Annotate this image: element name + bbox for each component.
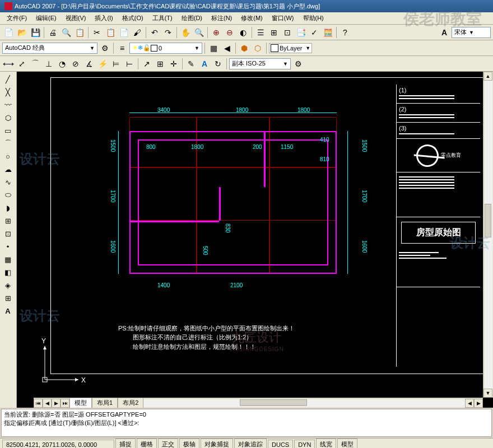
paste-icon[interactable]: 📄 <box>118 26 130 39</box>
scroll-right-icon[interactable]: ▶ <box>474 399 483 408</box>
scroll-down-icon[interactable]: ▼ <box>483 389 492 398</box>
tab-next-icon[interactable]: ▶ <box>52 399 61 408</box>
dim-angular-icon[interactable]: ∡ <box>83 58 95 70</box>
coords-display[interactable]: 82500.4121, 20711.0026, 0.0000 <box>2 440 114 449</box>
undo-icon[interactable]: ↶ <box>148 26 161 39</box>
status-polar[interactable]: 极轴 <box>179 438 199 448</box>
open-icon[interactable]: 📂 <box>16 26 28 39</box>
dim-leader-icon[interactable]: ↗ <box>141 58 153 70</box>
menu-format[interactable]: 格式(O) <box>118 13 148 24</box>
tab-first-icon[interactable]: ⏮ <box>34 399 43 408</box>
dimstyle-manager-icon[interactable]: ⚙ <box>292 58 304 70</box>
table-icon[interactable]: ⊞ <box>1 292 15 304</box>
line-icon[interactable]: ╱ <box>1 73 15 85</box>
menu-tools[interactable]: 工具(T) <box>148 13 177 24</box>
insertblock-icon[interactable]: ⊞ <box>1 214 15 227</box>
tab-layout2[interactable]: 布局2 <box>118 398 143 408</box>
help-icon[interactable]: ? <box>339 26 351 39</box>
sheetset-icon[interactable]: 📑 <box>295 26 307 39</box>
print-icon[interactable]: 🖨 <box>46 26 59 39</box>
status-dyn[interactable]: DYN <box>294 440 315 449</box>
xline-icon[interactable]: ╳ <box>1 86 15 98</box>
polygon-icon[interactable]: ⬡ <box>1 111 15 124</box>
layer-combo[interactable]: ☀❄🔓 0▼ <box>129 43 202 54</box>
publish-icon[interactable]: 📋 <box>73 26 86 39</box>
markup-icon[interactable]: ✓ <box>308 26 320 39</box>
dim-center-icon[interactable]: ✛ <box>168 58 180 70</box>
dim-radius-icon[interactable]: ◔ <box>56 58 68 70</box>
color-control[interactable]: ByLayer ▼ <box>269 43 312 53</box>
arial-a-icon[interactable]: A <box>438 26 450 39</box>
mtext-icon[interactable]: A <box>1 305 15 317</box>
region-icon[interactable]: ◈ <box>1 279 15 291</box>
pline-icon[interactable]: 〰 <box>1 99 15 111</box>
dim-ordinate-icon[interactable]: ⊥ <box>43 58 55 70</box>
menu-dim[interactable]: 标注(N) <box>207 13 236 24</box>
status-lwt[interactable]: 线宽 <box>316 438 336 448</box>
status-ducs[interactable]: DUCS <box>268 440 293 449</box>
new-icon[interactable]: 📄 <box>2 26 15 39</box>
layer-manager-icon[interactable]: ≡ <box>116 42 128 54</box>
dim-continue-icon[interactable]: ⊢ <box>123 58 136 70</box>
dim-update-icon[interactable]: ↻ <box>212 58 224 70</box>
dim-arc-icon[interactable]: ⌒ <box>29 58 41 70</box>
dim-diameter-icon[interactable]: ⊘ <box>69 58 82 70</box>
ellipse-icon[interactable]: ⬭ <box>1 189 15 201</box>
cut-icon[interactable]: ✂ <box>91 26 103 39</box>
hatch-icon[interactable]: ▦ <box>1 253 15 265</box>
menu-modify[interactable]: 修改(M) <box>236 13 267 24</box>
block-icon[interactable]: ⬢ <box>238 42 250 54</box>
menu-window[interactable]: 窗口(W) <box>267 13 299 24</box>
xref-icon[interactable]: ⬡ <box>252 42 264 54</box>
font-combo[interactable]: 宋体▼ <box>452 27 491 38</box>
dim-edit-icon[interactable]: ✎ <box>185 58 197 70</box>
calc-icon[interactable]: 🧮 <box>322 26 334 39</box>
command-line[interactable]: 当前设置: 删除源=否 图层=源 OFFSETGAPTYPE=0 指定偏移距离或… <box>1 409 492 437</box>
status-osnap[interactable]: 对象捕捉 <box>201 438 233 448</box>
scroll-left-icon[interactable]: ◀ <box>465 399 474 408</box>
scroll-up-icon[interactable]: ▲ <box>483 72 492 81</box>
pan-icon[interactable]: ✋ <box>179 26 192 39</box>
menu-view[interactable]: 视图(V) <box>61 13 91 24</box>
status-otrack[interactable]: 对象追踪 <box>234 438 267 448</box>
makeblock-icon[interactable]: ⊡ <box>1 227 15 240</box>
layerstate-icon[interactable]: ▦ <box>207 42 220 54</box>
layerprev-icon[interactable]: ◀ <box>221 42 233 54</box>
dim-tolerance-icon[interactable]: ⊞ <box>154 58 166 70</box>
menu-edit[interactable]: 编辑(E) <box>31 13 61 24</box>
arc-icon[interactable]: ⌒ <box>1 137 15 150</box>
toolpalette-icon[interactable]: ⊡ <box>281 26 294 39</box>
circle-icon[interactable]: ○ <box>1 150 15 162</box>
match-icon[interactable]: 🖌 <box>131 26 143 39</box>
dim-quick-icon[interactable]: ⚡ <box>96 58 109 70</box>
status-snap[interactable]: 捕捉 <box>115 438 136 448</box>
status-ortho[interactable]: 正交 <box>158 438 178 448</box>
tab-last-icon[interactable]: ⏭ <box>61 399 69 408</box>
point-icon[interactable]: • <box>1 240 15 253</box>
redo-icon[interactable]: ↷ <box>162 26 174 39</box>
gradient-icon[interactable]: ◧ <box>1 266 15 278</box>
menu-draw[interactable]: 绘图(D) <box>177 13 207 24</box>
rectangle-icon[interactable]: ▭ <box>1 124 15 137</box>
dim-aligned-icon[interactable]: ⤢ <box>16 58 28 70</box>
spline-icon[interactable]: ∿ <box>1 176 15 188</box>
menu-insert[interactable]: 插入(I) <box>90 13 117 24</box>
copy-icon[interactable]: 📋 <box>104 26 117 39</box>
zoom-icon[interactable]: 🔍 <box>193 26 205 39</box>
zoom-realtime-icon[interactable]: ⊕ <box>210 26 222 39</box>
dim-linear-icon[interactable]: ⟷ <box>2 58 15 70</box>
status-model[interactable]: 模型 <box>337 438 357 448</box>
tab-layout1[interactable]: 布局1 <box>92 398 118 408</box>
dim-tedit-icon[interactable]: A <box>198 58 211 70</box>
vertical-scrollbar[interactable]: ▲ ▼ <box>483 72 493 398</box>
revcloud-icon[interactable]: ☁ <box>1 163 15 175</box>
tab-prev-icon[interactable]: ◀ <box>43 399 52 408</box>
workspace-combo[interactable]: AutoCAD 经典▼ <box>2 43 97 54</box>
save-icon[interactable]: 💾 <box>29 26 41 39</box>
ellipsearc-icon[interactable]: ◗ <box>1 202 15 214</box>
zoom-prev-icon[interactable]: ◐ <box>237 26 249 39</box>
menu-help[interactable]: 帮助(H) <box>299 13 328 24</box>
properties-icon[interactable]: ☰ <box>254 26 267 39</box>
designcenter-icon[interactable]: ⊞ <box>268 26 280 39</box>
dimstyle-combo[interactable]: 副本 ISO-25▼ <box>229 58 291 69</box>
